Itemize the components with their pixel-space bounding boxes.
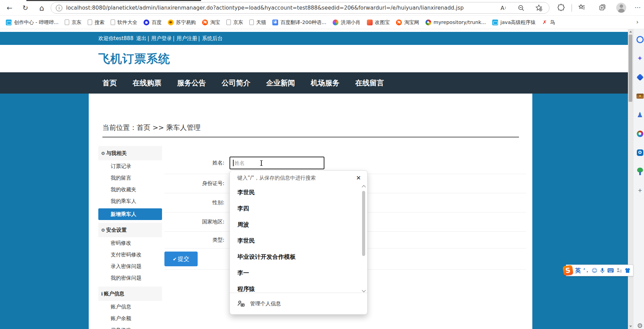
sidebar-item-set-security-question[interactable]: 录入密保问题 [98,260,162,272]
close-icon[interactable]: ✕ [354,173,363,182]
bookmark-gaitubao[interactable]: 改图宝 [364,18,393,27]
refresh-button[interactable]: ↻ [20,3,31,13]
bookmark-honghu[interactable]: 洪湖小肖 [330,18,364,27]
shopping-icon[interactable] [636,73,644,81]
page-scrollbar[interactable] [628,29,633,329]
sidebar-item-change-password[interactable]: 密码修改 [98,237,162,249]
nav-service-notice[interactable]: 服务公告 [177,78,206,88]
zoom-out-icon[interactable] [517,4,525,12]
sidebar-search-icon[interactable] [636,35,644,44]
sogou-logo-icon[interactable]: S [562,265,573,276]
bookmark-myrepository[interactable]: myrepository/trunk... [422,18,489,27]
read-aloud-icon[interactable]: A [499,4,507,12]
bookmark-suning[interactable]: 苏宁易购 [165,18,199,27]
bookmark-jd2[interactable]: 京东 [223,18,246,27]
register-link[interactable]: 用户注册 [177,35,200,42]
nav-home[interactable]: 首页 [102,78,117,88]
back-button[interactable]: ← [4,3,15,13]
main-nav: 首页 在线购票 服务公告 公司简介 企业新闻 机场服务 在线留言 [0,72,628,94]
tools-icon[interactable] [636,92,644,100]
bilibili-icon [6,20,12,25]
dropdown-scrollbar[interactable] [361,185,366,293]
ibeam-cursor [260,160,263,166]
bookmark-bilibili[interactable]: 创作中心 - 哔哩哔... [3,18,62,27]
url-text[interactable]: localhost:8080/planeticket/admin/lianxir… [66,5,499,11]
bookmark-java[interactable]: java高级程序猿 [489,18,539,27]
games-icon[interactable]: ♟ [636,111,644,119]
favorites-icon[interactable] [578,3,586,11]
autofill-option[interactable]: 李四 [230,200,367,217]
copilot-icon[interactable]: ✦ [636,54,644,62]
tv-icon [492,20,498,25]
ime-language-toggle[interactable]: 英 [575,267,581,275]
autofill-option[interactable]: 程序猿 [230,281,367,293]
bookmark-search[interactable]: 搜索 [85,18,108,27]
page-icon [249,20,254,25]
person-skin-icon[interactable] [616,268,622,273]
sidebar-item-my-messages[interactable]: 我的留言 [98,172,162,184]
nav-buy-tickets[interactable]: 在线购票 [133,78,161,88]
autofill-option[interactable]: 李一 [230,265,367,281]
sidebar-item-account-balance[interactable]: 账户余额 [98,313,162,324]
sidebar-item-add-passenger[interactable]: 新增乘车人 [98,208,162,220]
sidebar-item-account-info[interactable]: 账户信息 [98,301,162,313]
sidebar-item-change-pay-password[interactable]: 支付密码修改 [98,249,162,260]
nav-company-news[interactable]: 企业新闻 [266,78,295,88]
extensions-icon[interactable] [557,3,565,11]
emoji-icon[interactable]: ☺ [592,267,597,274]
bookmark-software[interactable]: 软件大全 [108,18,140,27]
bookmarks-overflow-icon[interactable]: › [636,19,639,25]
sidebar-item-my-passengers[interactable]: 我的乘车人 [98,195,162,207]
home-button[interactable]: ⌂ [36,3,47,13]
autofill-list: 李世民 李四 周波 李世民 毕业设计开发合作模板 李一 程序猿 [230,184,367,293]
add-favorite-icon[interactable] [535,4,543,12]
settings-more-icon[interactable]: ⋯ [634,3,642,11]
sidebar-item-my-security-question[interactable]: 我的密保问题 [98,272,162,284]
bookmark-bird[interactable]: 鸟 [539,18,558,27]
address-bar[interactable]: i localhost:8080/planeticket/admin/lianx… [51,2,549,14]
country-label: 国家地区: [164,219,224,225]
keyboard-icon[interactable] [607,268,614,273]
scrollbar-thumb[interactable] [362,191,365,256]
sidebar-item-booking-records[interactable]: 订票记录 [98,160,162,172]
nav-message-board[interactable]: 在线留言 [355,78,384,88]
bookmark-taobao[interactable]: 淘宝 [199,18,223,27]
scroll-up-arrow[interactable] [629,31,632,33]
scroll-up-icon[interactable] [362,185,366,189]
name-field-wrap [230,157,324,169]
nav-airport-service[interactable]: 机场服务 [311,78,339,88]
welcome-bar: 欢迎你test888 退出 用户登录 用户注册 系统后台 [0,32,628,45]
autofill-option[interactable]: 李世民 [230,184,367,200]
autofill-option[interactable]: 周波 [230,217,367,233]
login-link[interactable]: 用户登录 [151,35,175,42]
profile-avatar[interactable] [616,3,626,13]
bookmark-tmall[interactable]: 天猫 [246,18,269,27]
add-sidebar-item-icon[interactable]: ＋ [636,186,644,194]
microphone-icon[interactable] [600,268,605,273]
autofill-option[interactable]: 毕业设计开发合作模板 [230,249,367,265]
site-info-icon[interactable]: i [56,5,62,11]
admin-backend-link[interactable]: 系统后台 [202,35,223,42]
manage-personal-info[interactable]: 管理个人信息 [230,293,367,314]
nav-company-profile[interactable]: 公司简介 [222,78,250,88]
scroll-down-arrow[interactable] [629,326,632,327]
ime-punctuation-toggle[interactable]: ’， [583,267,589,273]
sidebar-settings-icon[interactable]: ⚙ [636,321,644,329]
bookmark-baidu[interactable]: 百度 [140,18,165,27]
page-scrollbar-thumb[interactable] [629,35,632,102]
sidebar-item-my-favorites[interactable]: 我的收藏夹 [98,184,162,195]
bookmark-taobao-web[interactable]: 淘宝网 [393,18,422,27]
bookmark-baidu-translate[interactable]: 百度翻译-200种语... [269,18,330,27]
collections-icon[interactable] [598,3,606,11]
sidebar-item-edit-info[interactable]: 信息修改 [98,324,162,329]
autofill-option[interactable]: 李世民 [230,233,367,249]
name-input[interactable] [230,157,324,169]
submit-button[interactable]: ✔ 提交 [164,252,198,266]
outlook-icon[interactable] [636,148,644,157]
skin-shirt-icon[interactable] [624,268,631,273]
logout-link[interactable]: 退出 [136,35,149,42]
microsoft365-icon[interactable] [636,130,644,138]
scroll-down-icon[interactable] [362,288,366,292]
designer-icon[interactable] [636,167,644,175]
bookmark-jd[interactable]: 京东 [62,18,85,27]
